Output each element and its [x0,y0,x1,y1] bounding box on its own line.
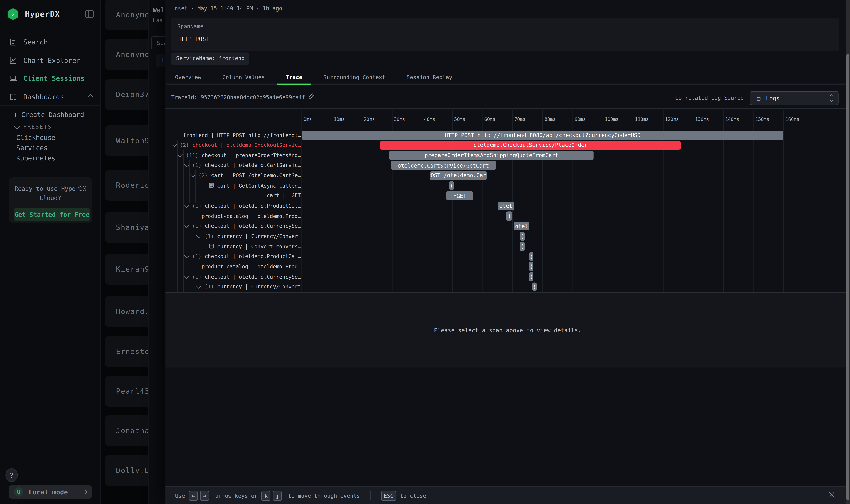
child-count: (1) [192,223,201,229]
session-search-input[interactable]: Sea [151,36,165,50]
tab-overview[interactable]: Overview [166,71,210,85]
hint-text: arrow keys or [215,492,258,499]
span-bar[interactable]: ( [520,232,525,241]
span-bar[interactable]: ( [520,242,525,251]
bolt-icon: ⚡ [11,11,15,18]
span-tree-row[interactable]: cart | GetCartAsync called… [171,181,301,191]
chevron-down-icon[interactable] [178,152,183,157]
chevron-down-icon[interactable] [190,172,196,178]
span-bar-label: ( [508,213,511,219]
span-tree-row[interactable]: (1)currency | Currency/Convert [171,231,301,241]
span-bar[interactable]: oteldemo.CartService/GetCart [391,161,496,170]
span-tree-row[interactable]: (11)checkout | prepareOrderItemsAnd… [171,150,301,160]
span-bar-label: HTTP POST http://frontend:8080/api/check… [445,132,640,138]
span-bar[interactable]: ( [529,262,533,271]
create-dashboard-link[interactable]: + Create Dashboard [14,111,84,119]
sessions-list-background: AnonymousAnonymousDeion37@gmWalton9@hoRo… [101,0,165,504]
correlated-log-source-label: Correlated Log Source [675,95,744,101]
span-label: checkout | oteldemo.CartServic… [205,162,301,168]
chevron-down-icon[interactable] [184,202,189,208]
span-tree-row[interactable]: product-catalog | oteldemo.Prod… [171,262,301,271]
sidebar-collapse-icon[interactable] [85,10,94,18]
span-tree-row[interactable]: (2)cart | POST /oteldemo.CartSe… [171,170,301,180]
sidebar-divider [0,49,101,49]
scrollbar-thumb[interactable] [846,54,849,500]
child-count: (1) [204,284,214,289]
chevron-down-icon[interactable] [196,233,202,238]
get-started-button[interactable]: Get Started for Free [14,208,90,221]
chevron-down-icon[interactable] [171,142,177,147]
span-bar[interactable]: otel [498,201,514,210]
log-source-select[interactable]: Logs [750,91,839,105]
tab-trace[interactable]: Trace [277,71,311,85]
span-tree-row[interactable]: (2)checkout | oteldemo.CheckoutServic… [171,140,301,150]
edit-pencil-icon[interactable] [308,93,315,99]
span-tree-row[interactable]: (1)checkout | oteldemo.ProductCat… [171,201,301,211]
span-bar[interactable]: oteldemo.CheckoutService/PlaceOrder [380,141,681,150]
span-tree-row[interactable]: (1)checkout | oteldemo.CurrencySe… [171,272,301,282]
span-bar[interactable]: HTTP POST http://frontend:8080/api/check… [302,131,783,140]
span-tree-row[interactable]: cart | HGET [171,191,301,201]
local-mode-label: Local mode [29,488,68,496]
cloud-promo-text: Ready to use HyperDX Cloud? [14,185,87,203]
span-label: checkout | oteldemo.ProductCat… [205,253,301,259]
chevron-up-icon [88,94,93,99]
span-tree-row[interactable]: product-catalog | oteldemo.Prod… [171,211,301,221]
tab-column-values[interactable]: Column Values [214,71,273,85]
span-bar[interactable]: ( [529,272,533,281]
chevron-down-icon[interactable] [184,223,189,228]
placeholder-text: Please select a span above to view detai… [434,327,581,333]
span-tree-row[interactable]: (1)checkout | oteldemo.CurrencySe… [171,221,301,231]
span-tree-row[interactable]: (1)currency | Currency/Convert [171,282,301,292]
page-scrollbar[interactable] [846,0,850,504]
chart-icon [9,56,17,64]
span-label: currency | Currency/Convert [217,284,301,289]
presets-label: PRESETS [23,124,52,130]
span-bar[interactable]: prepareOrderItemsAndShippingQuoteFromCar… [389,151,594,160]
chevron-down-icon[interactable] [184,162,189,167]
tab-session-replay[interactable]: Session Replay [398,71,461,85]
sidebar-item-dashboards[interactable]: Dashboards [0,88,101,105]
time-tick-label: 60ms [484,116,495,122]
time-tick-label: 30ms [394,116,405,122]
span-bar-label: ( [450,183,453,189]
span-bar-label: ( [521,243,524,249]
arrow-key: → [200,490,209,501]
help-button[interactable]: ? [5,468,18,482]
chevron-down-icon[interactable] [184,253,189,258]
session-detail-panel: Wal Las Sea H ⇄ [148,0,165,504]
span-label: product-catalog | oteldemo.Prod… [202,263,301,269]
log-event-icon [209,244,214,249]
span-bar[interactable]: ( [532,282,537,291]
span-tree-row[interactable]: (1)checkout | oteldemo.CartServic… [171,160,301,170]
presets-section-header[interactable]: PRESETS [15,124,52,130]
preset-clickhouse[interactable]: Clickhouse [16,134,55,142]
chevron-down-icon [15,124,20,129]
service-name-badge[interactable]: ServiceName: frontend [171,53,250,65]
session-filter-button[interactable]: H [156,54,165,67]
span-tree-row[interactable]: (1)checkout | oteldemo.ProductCat… [171,251,301,261]
sidebar-item-client-sessions[interactable]: Client Sessions [0,70,101,86]
preset-services[interactable]: Services [16,144,48,152]
chevron-down-icon[interactable] [196,283,202,289]
span-bar[interactable]: ( [449,181,454,190]
span-label: currency | Convert convers… [217,243,301,249]
time-tick-label: 40ms [424,116,435,122]
span-bar[interactable]: HGET [446,191,473,200]
span-tree-row[interactable]: frontend | HTTP POST http://frontend:… [171,130,301,140]
span-bar[interactable]: otel [514,222,529,231]
span-bar-label: prepareOrderItemsAndShippingQuoteFromCar… [424,152,558,158]
sidebar-item-chart-explorer[interactable]: Chart Explorer [0,52,101,68]
chevron-down-icon[interactable] [184,273,189,279]
local-mode-menu[interactable]: U Local mode [9,485,92,499]
span-bar[interactable]: ( [506,212,512,220]
close-icon[interactable] [827,489,836,499]
span-bar[interactable]: POST /oteldemo.Cart [430,171,487,180]
preset-kubernetes[interactable]: Kubernetes [16,155,55,162]
esc-key: ESC [381,490,396,501]
span-bar-label: POST /oteldemo.Cart [430,173,487,179]
tab-surrounding-context[interactable]: Surrounding Context [315,71,394,85]
sidebar-item-search[interactable]: Search [0,34,101,50]
span-bar[interactable]: ( [529,252,533,261]
span-tree-row[interactable]: currency | Convert convers… [171,241,301,251]
